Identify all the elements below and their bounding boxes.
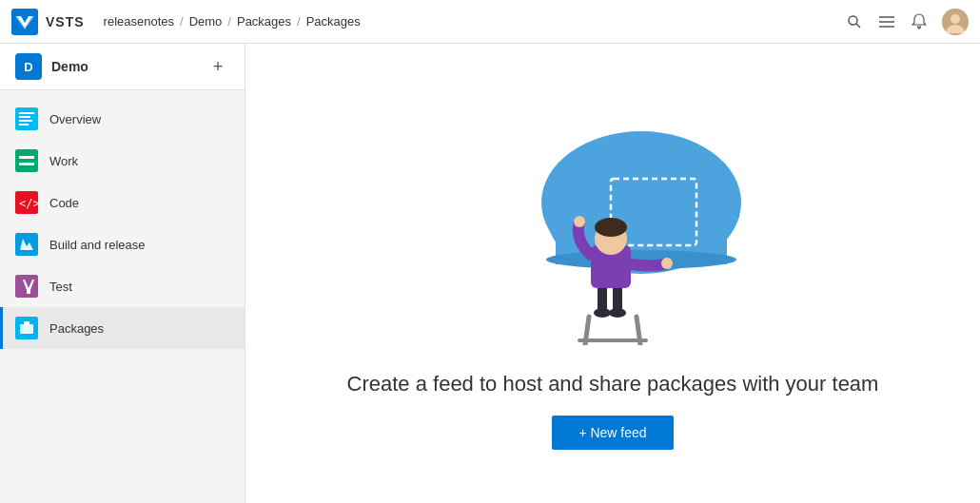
svg-rect-0 [11, 9, 38, 35]
test-icon [15, 275, 38, 298]
notifications-icon[interactable] [910, 12, 929, 31]
content-area: Create a feed to host and share packages… [245, 44, 980, 503]
sidebar-item-work[interactable]: Work [0, 140, 245, 182]
breadcrumb-item-1[interactable]: Demo [189, 14, 223, 29]
svg-point-1 [849, 16, 857, 25]
svg-point-35 [574, 216, 585, 227]
svg-rect-9 [19, 112, 34, 114]
svg-rect-10 [19, 116, 30, 118]
overview-label: Overview [49, 112, 101, 126]
sidebar: D Demo + Overview [0, 44, 245, 503]
logo-area: VSTS [11, 9, 85, 35]
code-label: Code [49, 196, 79, 210]
test-label: Test [49, 280, 72, 294]
svg-point-34 [661, 258, 673, 269]
project-add-button[interactable]: + [206, 55, 229, 78]
work-icon [15, 149, 38, 172]
build-icon [15, 233, 38, 256]
project-header: D Demo + [0, 44, 245, 90]
breadcrumb-sep-1: / [227, 14, 231, 29]
svg-point-37 [595, 218, 627, 237]
build-label: Build and release [49, 238, 145, 252]
svg-rect-11 [19, 120, 32, 122]
svg-rect-13 [15, 149, 38, 172]
packages-label: Packages [49, 321, 104, 336]
svg-rect-14 [19, 156, 34, 159]
app-title: VSTS [46, 14, 85, 29]
nav-icons [845, 9, 969, 35]
breadcrumb-sep-2: / [297, 14, 301, 29]
main-layout: D Demo + Overview [0, 44, 980, 503]
breadcrumb-item-2[interactable]: Packages [237, 14, 291, 29]
svg-text:</>: </> [19, 197, 38, 210]
svg-line-2 [856, 24, 860, 28]
svg-rect-22 [24, 321, 29, 326]
sidebar-item-build[interactable]: Build and release [0, 223, 245, 265]
svg-rect-12 [19, 124, 29, 126]
sidebar-item-code[interactable]: </> Code [0, 182, 245, 223]
list-icon[interactable] [877, 12, 896, 31]
tagline-text: Create a feed to host and share packages… [347, 372, 879, 397]
svg-rect-8 [15, 107, 38, 130]
code-icon: </> [15, 191, 38, 214]
packages-icon [15, 317, 38, 339]
illustration [451, 98, 774, 349]
svg-point-32 [609, 308, 626, 318]
svg-point-31 [594, 308, 611, 318]
svg-point-7 [951, 14, 960, 24]
breadcrumb: releasenotes / Demo / Packages / Package… [104, 14, 845, 29]
breadcrumb-sep-0: / [180, 14, 184, 29]
overview-icon [15, 107, 38, 130]
sidebar-item-packages[interactable]: Packages [0, 307, 245, 349]
svg-rect-15 [19, 163, 34, 165]
sidebar-item-test[interactable]: Test [0, 265, 245, 307]
user-avatar[interactable] [942, 9, 969, 35]
search-icon[interactable] [845, 12, 864, 31]
breadcrumb-item-3[interactable]: Packages [306, 14, 361, 29]
work-label: Work [49, 154, 78, 168]
sidebar-item-overview[interactable]: Overview [0, 98, 245, 140]
nav-items: Overview Work </> [0, 90, 245, 357]
top-nav: VSTS releasenotes / Demo / Packages / Pa… [0, 0, 980, 44]
new-feed-button[interactable]: + New feed [552, 416, 673, 450]
project-name: Demo [51, 59, 206, 74]
project-avatar: D [15, 53, 42, 80]
svg-rect-18 [15, 233, 38, 256]
breadcrumb-item-0[interactable]: releasenotes [104, 14, 174, 29]
vsts-logo-icon [11, 9, 38, 35]
